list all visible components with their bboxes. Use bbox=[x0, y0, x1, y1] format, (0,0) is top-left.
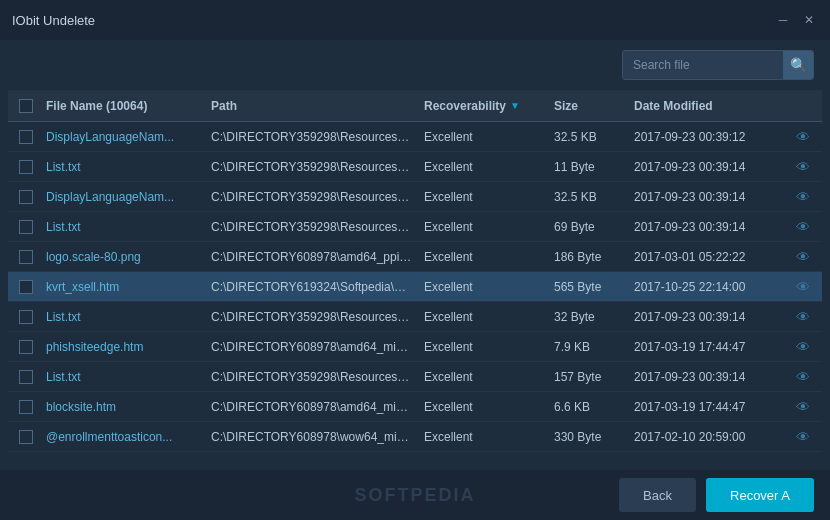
row-preview-icon[interactable]: 👁 bbox=[788, 189, 818, 205]
table-row[interactable]: @enrollmenttoasticon... C:\DIRECTORY6089… bbox=[8, 422, 822, 452]
table-row[interactable]: DisplayLanguageNam... C:\DIRECTORY359298… bbox=[8, 182, 822, 212]
window-title: IObit Undelete bbox=[12, 13, 774, 28]
row-filename[interactable]: List.txt bbox=[40, 310, 205, 324]
row-recoverability: Excellent bbox=[418, 370, 548, 384]
table-row[interactable]: DisplayLanguageNam... C:\DIRECTORY359298… bbox=[8, 122, 822, 152]
row-check[interactable] bbox=[19, 220, 33, 234]
row-size: 32 Byte bbox=[548, 310, 628, 324]
row-checkbox[interactable] bbox=[12, 400, 40, 414]
row-recoverability: Excellent bbox=[418, 190, 548, 204]
row-filename[interactable]: phishsiteedge.htm bbox=[40, 340, 205, 354]
row-recoverability: Excellent bbox=[418, 250, 548, 264]
minimize-button[interactable]: ─ bbox=[774, 11, 792, 29]
row-recoverability: Excellent bbox=[418, 130, 548, 144]
row-date: 2017-03-19 17:44:47 bbox=[628, 400, 788, 414]
search-box: 🔍 bbox=[622, 50, 814, 80]
row-preview-icon[interactable]: 👁 bbox=[788, 129, 818, 145]
row-filename[interactable]: List.txt bbox=[40, 220, 205, 234]
row-check[interactable] bbox=[19, 190, 33, 204]
row-path: C:\DIRECTORY359298\Resources\Dictiona... bbox=[205, 130, 418, 144]
header-checkbox[interactable] bbox=[12, 99, 40, 113]
search-input[interactable] bbox=[623, 58, 783, 72]
row-recoverability: Excellent bbox=[418, 340, 548, 354]
row-preview-icon[interactable]: 👁 bbox=[788, 159, 818, 175]
row-preview-icon[interactable]: 👁 bbox=[788, 429, 818, 445]
row-preview-icon[interactable]: 👁 bbox=[788, 309, 818, 325]
row-checkbox[interactable] bbox=[12, 160, 40, 174]
row-date: 2017-02-10 20:59:00 bbox=[628, 430, 788, 444]
row-check[interactable] bbox=[19, 250, 33, 264]
row-preview-icon[interactable]: 👁 bbox=[788, 249, 818, 265]
row-path: C:\DIRECTORY608978\amd64_ppi-ppisky... bbox=[205, 250, 418, 264]
title-bar: IObit Undelete ─ ✕ bbox=[0, 0, 830, 40]
main-window: IObit Undelete ─ ✕ 🔍 File Name (10064) P… bbox=[0, 0, 830, 520]
row-date: 2017-09-23 00:39:12 bbox=[628, 130, 788, 144]
row-checkbox[interactable] bbox=[12, 250, 40, 264]
row-checkbox[interactable] bbox=[12, 310, 40, 324]
header-size: Size bbox=[548, 99, 628, 113]
row-check[interactable] bbox=[19, 310, 33, 324]
row-check[interactable] bbox=[19, 130, 33, 144]
table-row[interactable]: kvrt_xsell.htm C:\DIRECTORY619324\Softpe… bbox=[8, 272, 822, 302]
row-filename[interactable]: blocksite.htm bbox=[40, 400, 205, 414]
row-preview-icon[interactable]: 👁 bbox=[788, 339, 818, 355]
table-row[interactable]: logo.scale-80.png C:\DIRECTORY608978\amd… bbox=[8, 242, 822, 272]
table-row[interactable]: List.txt C:\DIRECTORY359298\Resources\Di… bbox=[8, 212, 822, 242]
row-check[interactable] bbox=[19, 280, 33, 294]
row-checkbox[interactable] bbox=[12, 190, 40, 204]
row-check[interactable] bbox=[19, 400, 33, 414]
row-preview-icon[interactable]: 👁 bbox=[788, 369, 818, 385]
header-filename: File Name (10064) bbox=[40, 99, 205, 113]
footer: SOFTPEDIA Back Recover A bbox=[0, 470, 830, 520]
row-checkbox[interactable] bbox=[12, 370, 40, 384]
row-check[interactable] bbox=[19, 370, 33, 384]
select-all-checkbox[interactable] bbox=[19, 99, 33, 113]
table-row[interactable]: phishsiteedge.htm C:\DIRECTORY608978\amd… bbox=[8, 332, 822, 362]
row-size: 157 Byte bbox=[548, 370, 628, 384]
row-filename[interactable]: DisplayLanguageNam... bbox=[40, 130, 205, 144]
header-recoverability[interactable]: Recoverability ▼ bbox=[418, 99, 548, 113]
row-filename[interactable]: @enrollmenttoasticon... bbox=[40, 430, 205, 444]
row-size: 6.6 KB bbox=[548, 400, 628, 414]
row-path: C:\DIRECTORY359298\Resources\Dictiona... bbox=[205, 160, 418, 174]
row-path: C:\DIRECTORY608978\amd64_microsoft-... bbox=[205, 400, 418, 414]
table-row[interactable]: List.txt C:\DIRECTORY359298\Resources\Di… bbox=[8, 152, 822, 182]
back-button[interactable]: Back bbox=[619, 478, 696, 512]
row-path: C:\DIRECTORY608978\amd64_microsoft-... bbox=[205, 340, 418, 354]
row-checkbox[interactable] bbox=[12, 280, 40, 294]
row-filename[interactable]: DisplayLanguageNam... bbox=[40, 190, 205, 204]
row-filename[interactable]: List.txt bbox=[40, 160, 205, 174]
row-size: 32.5 KB bbox=[548, 130, 628, 144]
row-size: 32.5 KB bbox=[548, 190, 628, 204]
row-checkbox[interactable] bbox=[12, 340, 40, 354]
row-check[interactable] bbox=[19, 430, 33, 444]
row-preview-icon[interactable]: 👁 bbox=[788, 279, 818, 295]
row-recoverability: Excellent bbox=[418, 280, 548, 294]
search-button[interactable]: 🔍 bbox=[783, 50, 813, 80]
row-checkbox[interactable] bbox=[12, 220, 40, 234]
table-row[interactable]: List.txt C:\DIRECTORY359298\Resources\Di… bbox=[8, 362, 822, 392]
row-check[interactable] bbox=[19, 160, 33, 174]
table-row[interactable]: blocksite.htm C:\DIRECTORY608978\amd64_m… bbox=[8, 392, 822, 422]
sort-arrow-icon: ▼ bbox=[510, 100, 520, 111]
row-preview-icon[interactable]: 👁 bbox=[788, 219, 818, 235]
row-check[interactable] bbox=[19, 340, 33, 354]
table-header: File Name (10064) Path Recoverability ▼ … bbox=[8, 90, 822, 122]
row-date: 2017-03-19 17:44:47 bbox=[628, 340, 788, 354]
recover-button[interactable]: Recover A bbox=[706, 478, 814, 512]
row-checkbox[interactable] bbox=[12, 430, 40, 444]
close-button[interactable]: ✕ bbox=[800, 11, 818, 29]
row-checkbox[interactable] bbox=[12, 130, 40, 144]
row-date: 2017-09-23 00:39:14 bbox=[628, 160, 788, 174]
row-filename[interactable]: List.txt bbox=[40, 370, 205, 384]
table-row[interactable]: List.txt C:\DIRECTORY359298\Resources\Di… bbox=[8, 302, 822, 332]
row-path: C:\DIRECTORY619324\Softpedia\AppData... bbox=[205, 280, 418, 294]
row-preview-icon[interactable]: 👁 bbox=[788, 399, 818, 415]
row-path: C:\DIRECTORY359298\Resources\Dictiona... bbox=[205, 370, 418, 384]
row-size: 11 Byte bbox=[548, 160, 628, 174]
row-filename[interactable]: logo.scale-80.png bbox=[40, 250, 205, 264]
row-date: 2017-09-23 00:39:14 bbox=[628, 220, 788, 234]
row-date: 2017-09-23 00:39:14 bbox=[628, 370, 788, 384]
file-table: File Name (10064) Path Recoverability ▼ … bbox=[0, 90, 830, 470]
row-filename[interactable]: kvrt_xsell.htm bbox=[40, 280, 205, 294]
